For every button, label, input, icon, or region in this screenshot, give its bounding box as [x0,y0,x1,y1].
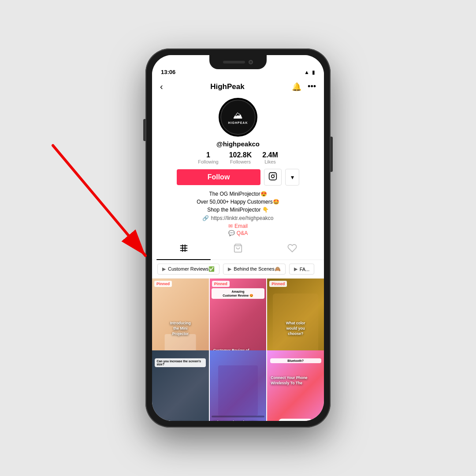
playlist-icon-3: ▶ [294,266,298,272]
speaker [223,61,245,63]
avatar-mountain-icon: ⛰ [233,111,243,120]
review-overlay: AmazingCustomer Review 😍 [212,288,265,299]
scene: 13:06 ▲ ▮ ‹ HighPeak 🔔 ••• [0,0,476,476]
email-contact[interactable]: ✉ Email [228,223,248,229]
bio-line-3: Shop the MiniProjector 👇 [161,206,315,214]
playlist-row: ▶ Customer Reviews✅ ▶ Behind the Scenes🙈… [152,260,324,279]
avatar-brand-text: HIGHPEAK [228,121,248,124]
qa-icon: 💬 [228,230,235,236]
video-title-5: Take A Look At The NEWHighPeak MiniProje… [212,420,264,421]
video-bg-5 [210,350,267,421]
status-icons: ▲ ▮ [304,69,315,75]
video-title-1: Introducing the MiniProjector [166,321,194,337]
playlist-label-2: Behind the Scenes🙈 [234,266,280,272]
video-grid: Pinned Introducing the MiniProjector ▷ 1… [152,279,324,421]
bio-section: The OG MiniProjector😍 Over 50,000+ Happy… [152,190,324,236]
svg-point-3 [271,175,275,178]
video-cell-5[interactable]: Take A Look At The NEWHighPeak MiniProje… [210,350,267,421]
video-title-6: Connect Your PhoneWirelessly To The [269,376,322,386]
playlist-behind-scenes[interactable]: ▶ Behind the Scenes🙈 [223,264,285,275]
follow-button[interactable]: Follow [177,169,261,185]
page-header: ‹ HighPeak 🔔 ••• [152,78,324,95]
phone-device: 13:06 ▲ ▮ ‹ HighPeak 🔔 ••• [145,48,331,428]
link-icon: 🔗 [202,215,209,221]
video-bg-4: Can you increase the screen's size? [152,350,209,421]
playlist-label-1: Customer Reviews✅ [168,266,215,272]
red-arrow [40,132,163,273]
stat-likes[interactable]: 2.4M Likes [262,151,278,164]
tab-liked[interactable] [265,239,320,260]
bio-contact: ✉ Email 💬 Q&A [161,223,315,236]
svg-line-1 [53,145,145,256]
pinned-badge-1: Pinned [154,281,172,287]
tabs-bar [152,239,324,260]
header-actions: 🔔 ••• [292,82,316,92]
profile-section: ⛰ HIGHPEAK @highpeakco 1 Following 102.8… [152,95,324,190]
status-bar: 13:06 ▲ ▮ [152,55,324,78]
qa-label: Q&A [237,230,248,236]
bio-link-url: https://linktr.ee/highpeakco [211,215,273,221]
shop-icon [233,243,243,255]
notifications-icon[interactable]: 🔔 [292,82,301,92]
phone-screen: 13:06 ▲ ▮ ‹ HighPeak 🔔 ••• [152,55,324,421]
chevron-down-icon: ▾ [291,174,294,181]
pinned-badge-2: Pinned [212,281,230,287]
avatar: ⛰ HIGHPEAK [219,98,257,137]
bio-link[interactable]: 🔗 https://linktr.ee/highpeakco [161,215,315,221]
stat-following[interactable]: 1 Following [198,151,218,164]
video-cell-6[interactable]: Bluetooth? ✦ Bluetooth Connect Your Phon… [267,350,324,421]
pinned-badge-3: Pinned [269,281,287,287]
back-button[interactable]: ‹ [160,82,163,92]
bio-line-1: The OG MiniProjector😍 [161,190,315,198]
followers-value: 102.8K [229,151,252,159]
following-value: 1 [206,151,210,159]
avatar-inner: ⛰ HIGHPEAK [220,100,256,135]
instagram-icon [268,172,277,183]
status-time: 13:06 [161,69,175,75]
followers-label: Followers [230,159,251,164]
svg-point-4 [275,174,275,175]
playlist-faq[interactable]: ▶ FA... [289,264,315,275]
email-label: Email [234,223,248,229]
playlist-icon-1: ▶ [162,266,166,272]
stats-row: 1 Following 102.8K Followers 2.4M Likes [198,151,278,164]
playlist-icon-2: ▶ [228,266,231,272]
battery-icon: ▮ [312,69,315,75]
tab-shop[interactable] [211,239,265,260]
front-camera [249,60,253,64]
more-dropdown-button[interactable]: ▾ [285,169,299,186]
page-title: HighPeak [210,82,244,91]
video-cell-4[interactable]: Can you increase the screen's size? The … [152,350,209,421]
video-title-3: What color would youchoose? [281,321,309,337]
following-label: Following [198,159,218,164]
bio-line-2: Over 50,000+ Happy Customers🤩 [161,198,315,206]
likes-value: 2.4M [262,151,278,159]
instagram-button[interactable] [264,169,282,186]
wifi-icon: ▲ [304,69,309,75]
likes-label: Likes [264,159,276,164]
liked-icon [287,243,297,255]
qa-contact[interactable]: 💬 Q&A [228,230,248,236]
tab-videos[interactable] [156,239,211,260]
video-title-4: The Different ScreenSizes of The HighPea… [154,420,207,421]
action-row: Follow ▾ [160,169,316,186]
home-indicator [212,416,264,417]
stat-followers[interactable]: 102.8K Followers [229,151,252,164]
playlist-label-3: FA... [300,267,310,272]
notch [209,55,267,69]
username: @highpeakco [216,140,260,148]
svg-rect-2 [269,172,277,180]
more-options-icon[interactable]: ••• [308,82,316,91]
videos-grid-icon [179,243,189,255]
playlist-customer-reviews[interactable]: ▶ Customer Reviews✅ [157,264,219,275]
email-icon: ✉ [228,223,233,229]
